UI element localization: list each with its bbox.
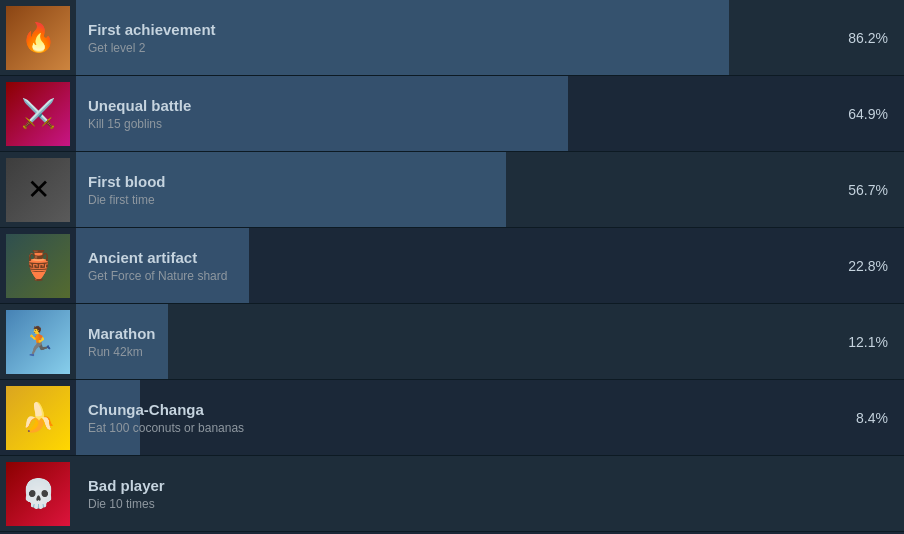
achievement-bar <box>76 228 249 303</box>
achievement-row: 🏃 Marathon Run 42km 12.1% <box>0 304 904 380</box>
achievement-row: 💀 Bad player Die 10 times <box>0 456 904 532</box>
achievement-bar-container <box>76 380 834 455</box>
achievement-percent: 56.7% <box>834 182 904 198</box>
achievement-icon: ✕ <box>6 158 70 222</box>
achievement-content: Unequal battle Kill 15 goblins <box>76 76 834 151</box>
achievement-description: Run 42km <box>88 345 822 359</box>
achievement-icon: 🏺 <box>6 234 70 298</box>
achievement-description: Get Force of Nature shard <box>88 269 822 283</box>
achievement-bar <box>76 76 568 151</box>
achievement-percent: 64.9% <box>834 106 904 122</box>
achievement-title: Marathon <box>88 325 822 342</box>
achievement-percent: 22.8% <box>834 258 904 274</box>
achievement-description: Die 10 times <box>88 497 822 511</box>
achievement-title: Unequal battle <box>88 97 822 114</box>
achievement-title: Ancient artifact <box>88 249 822 266</box>
achievement-title: First blood <box>88 173 822 190</box>
achievement-bar <box>76 0 729 75</box>
achievement-description: Get level 2 <box>88 41 822 55</box>
achievement-icon-image: 🔥 <box>6 6 70 70</box>
achievement-percent: 86.2% <box>834 30 904 46</box>
achievement-content: Chunga-Changa Eat 100 coconuts or banana… <box>76 380 834 455</box>
achievement-bar-container <box>76 76 834 151</box>
achievement-percent: 12.1% <box>834 334 904 350</box>
achievement-icon: 💀 <box>6 462 70 526</box>
achievement-content: First achievement Get level 2 <box>76 0 834 75</box>
achievement-icon: 🔥 <box>6 6 70 70</box>
achievement-icon-image: ⚔️ <box>6 82 70 146</box>
achievement-bar-container <box>76 152 834 227</box>
achievement-row: 🍌 Chunga-Changa Eat 100 coconuts or bana… <box>0 380 904 456</box>
achievement-content: Bad player Die 10 times <box>76 456 834 531</box>
achievement-content: First blood Die first time <box>76 152 834 227</box>
achievement-title: First achievement <box>88 21 822 38</box>
achievement-percent: 8.4% <box>834 410 904 426</box>
achievement-icon-image: 🍌 <box>6 386 70 450</box>
achievement-bar <box>76 304 168 379</box>
achievement-title: Bad player <box>88 477 822 494</box>
achievement-list: 🔥 First achievement Get level 2 86.2% ⚔️… <box>0 0 904 532</box>
achievement-description: Kill 15 goblins <box>88 117 822 131</box>
achievement-row: 🏺 Ancient artifact Get Force of Nature s… <box>0 228 904 304</box>
achievement-icon: 🏃 <box>6 310 70 374</box>
achievement-content: Ancient artifact Get Force of Nature sha… <box>76 228 834 303</box>
achievement-icon: 🍌 <box>6 386 70 450</box>
achievement-icon-image: 🏺 <box>6 234 70 298</box>
achievement-row: ✕ First blood Die first time 56.7% <box>0 152 904 228</box>
achievement-bar-container <box>76 304 834 379</box>
achievement-icon-image: 💀 <box>6 462 70 526</box>
achievement-bar-container <box>76 0 834 75</box>
achievement-bar-container <box>76 228 834 303</box>
achievement-row: 🔥 First achievement Get level 2 86.2% <box>0 0 904 76</box>
achievement-row: ⚔️ Unequal battle Kill 15 goblins 64.9% <box>0 76 904 152</box>
achievement-icon: ⚔️ <box>6 82 70 146</box>
achievement-description: Die first time <box>88 193 822 207</box>
achievement-title: Chunga-Changa <box>88 401 822 418</box>
achievement-bar-container <box>76 456 834 531</box>
achievement-content: Marathon Run 42km <box>76 304 834 379</box>
achievement-bar <box>76 152 506 227</box>
achievement-description: Eat 100 coconuts or bananas <box>88 421 822 435</box>
achievement-bar <box>76 380 140 455</box>
achievement-icon-image: ✕ <box>6 158 70 222</box>
achievement-icon-image: 🏃 <box>6 310 70 374</box>
